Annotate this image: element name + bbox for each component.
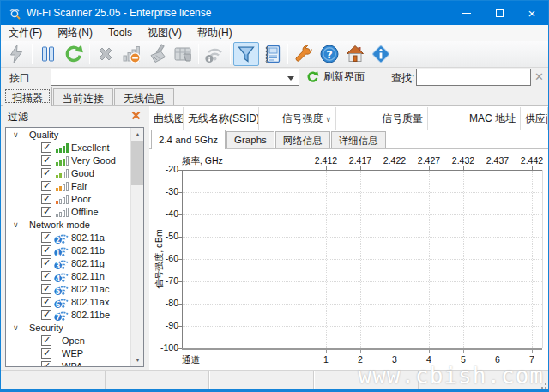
filter-item[interactable]: ✓4802.11n: [6, 270, 130, 283]
filter-item-label: 802.11n: [71, 270, 105, 283]
menu-item-5[interactable]: 帮助(H): [190, 25, 240, 41]
start-scan-button[interactable]: [3, 42, 29, 66]
channel-tick-mark: [395, 350, 395, 353]
checkbox[interactable]: ✓: [41, 194, 51, 204]
filter-item[interactable]: ✓Open: [6, 335, 130, 347]
help-button[interactable]: ?: [317, 42, 342, 66]
filter-item[interactable]: ✓1802.11b: [6, 244, 130, 257]
checkbox[interactable]: ✓: [41, 207, 51, 217]
column-header-1[interactable]: 曲线图: [149, 107, 184, 130]
toolbar-separator: [32, 44, 33, 64]
sub-tab-1[interactable]: 2.4 and 5Ghz: [151, 130, 226, 149]
signal-axis-label: 信号强度, dBm: [154, 173, 166, 345]
filter-item[interactable]: ✓7802.11be: [6, 309, 130, 322]
pause-icon: [38, 44, 58, 64]
menu-item-3[interactable]: Tools: [100, 25, 140, 41]
status-section-1: [1, 371, 106, 389]
checkbox[interactable]: ✓: [41, 168, 51, 178]
column-label: 供应商: [525, 112, 548, 124]
report-button[interactable]: [259, 42, 285, 66]
checkbox[interactable]: ✓: [41, 348, 51, 359]
scroll-down-icon[interactable]: ▼: [131, 353, 144, 366]
tab-2[interactable]: 当前连接: [53, 88, 113, 105]
filter-item[interactable]: ✓6802.11ax: [6, 296, 130, 309]
checkbox[interactable]: ✓: [41, 361, 51, 366]
checkbox[interactable]: ✓: [41, 271, 51, 281]
filter-item[interactable]: ✓5802.11ac: [6, 283, 130, 296]
column-header-3[interactable]: 信号强度∨: [259, 107, 336, 130]
filter-button[interactable]: [233, 42, 259, 66]
checkbox[interactable]: ✓: [41, 258, 51, 268]
minimize-button[interactable]: [450, 1, 483, 25]
main-tab-strip: 扫描器当前连接无线信息: [1, 87, 548, 106]
y-tick-mark: [178, 259, 182, 260]
checkbox[interactable]: ✓: [41, 335, 51, 346]
minimize-icon: [462, 13, 471, 14]
clear-networks-button[interactable]: [144, 42, 170, 66]
checkbox[interactable]: ✓: [41, 155, 51, 166]
filter-item[interactable]: ✓WPA: [6, 360, 130, 366]
filter-item[interactable]: ✓WEP: [6, 347, 130, 360]
resize-grip[interactable]: [538, 380, 546, 389]
sub-tab-2[interactable]: Graphs: [226, 131, 274, 148]
menu-item-1[interactable]: 文件(F): [1, 25, 50, 41]
scrollbar-thumb[interactable]: [131, 141, 144, 185]
column-header-2[interactable]: 无线名称(SSID): [184, 107, 259, 130]
sub-tab-3[interactable]: 网络信息: [275, 131, 330, 148]
find-input[interactable]: [416, 69, 531, 86]
checkbox[interactable]: ✓: [41, 142, 51, 153]
collapse-icon[interactable]: ∨: [13, 219, 19, 232]
checkbox[interactable]: ✓: [41, 232, 51, 243]
channel-tick-mark: [498, 350, 498, 353]
sort-dropdown-icon[interactable]: ∨: [325, 115, 331, 124]
tab-3[interactable]: 无线信息: [114, 88, 174, 105]
filter-item[interactable]: ✓Good: [6, 167, 130, 180]
remove-inactive-button[interactable]: [118, 42, 144, 66]
clear-table-button[interactable]: [170, 42, 196, 66]
tab-1[interactable]: 扫描器: [3, 87, 52, 106]
delete-network-button[interactable]: [93, 42, 118, 66]
filter-item[interactable]: ✓Very Good: [6, 154, 130, 167]
settings-button[interactable]: [291, 42, 317, 66]
wireless-information-button[interactable]: [202, 42, 227, 66]
column-header-4[interactable]: 信号质量: [336, 107, 428, 130]
column-header-6[interactable]: 供应商: [521, 107, 548, 130]
pause-scan-button[interactable]: [35, 42, 61, 66]
channel-tick-mark: [360, 350, 361, 353]
filter-item[interactable]: ✓3802.11g: [6, 257, 130, 270]
collapse-icon[interactable]: ∨: [13, 129, 19, 142]
gridline-horizontal: [183, 237, 542, 238]
sub-tab-4[interactable]: 详细信息: [331, 131, 386, 148]
channel-tick-mark: [463, 350, 464, 353]
filter-tree: ∨Quality✓Excellent✓Very Good✓Good✓Fair✓P…: [5, 127, 144, 367]
checkbox[interactable]: ✓: [41, 297, 51, 307]
column-header-5[interactable]: MAC 地址: [428, 107, 521, 130]
checkbox[interactable]: ✓: [41, 310, 51, 320]
filter-item[interactable]: ✓Fair: [6, 180, 130, 193]
about-button[interactable]: [368, 42, 394, 66]
menu-item-2[interactable]: 网络(N): [50, 25, 100, 41]
rescan-button[interactable]: [61, 42, 87, 66]
channel-axis-label: 通道: [182, 354, 200, 366]
clear-find-icon[interactable]: ✕: [534, 70, 544, 83]
collapse-icon[interactable]: ∨: [13, 322, 19, 335]
checkbox[interactable]: ✓: [41, 181, 51, 191]
scroll-up-icon[interactable]: ▲: [131, 128, 144, 141]
filter-item[interactable]: ✓Excellent: [6, 142, 130, 154]
filter-item[interactable]: ✓2802.11a: [6, 232, 130, 244]
homepage-button[interactable]: [342, 42, 368, 66]
checkbox[interactable]: ✓: [41, 284, 51, 294]
menu-item-4[interactable]: 视图(V): [140, 25, 190, 41]
signal-remove-icon: [121, 44, 142, 64]
svg-text:2: 2: [56, 237, 61, 244]
filter-item[interactable]: ✓Offline: [6, 206, 130, 219]
close-filter-icon[interactable]: [131, 111, 141, 120]
y-tick-mark: [178, 214, 182, 215]
interface-combobox[interactable]: [51, 69, 299, 86]
refresh-ui-button[interactable]: 刷新界面: [306, 69, 365, 84]
close-button[interactable]: ×: [516, 1, 548, 25]
checkbox[interactable]: ✓: [41, 245, 51, 256]
filter-item[interactable]: ✓Poor: [6, 193, 130, 206]
maximize-button[interactable]: [483, 1, 516, 25]
tree-scrollbar[interactable]: ▲ ▼: [130, 128, 143, 366]
